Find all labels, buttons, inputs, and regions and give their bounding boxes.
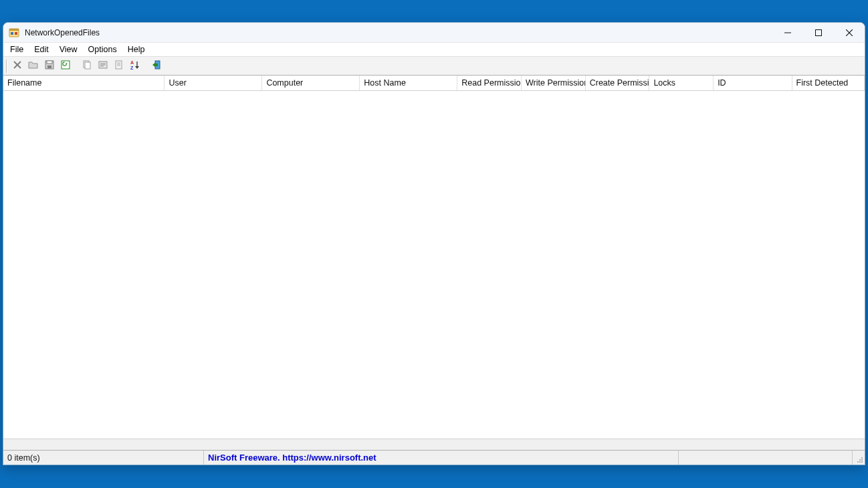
svg-rect-15 [85,62,90,69]
scroll-content [3,439,865,440]
status-spacer-panel [679,451,853,465]
maximize-button[interactable] [803,23,834,42]
desktop-background: NetworkOpenedFiles File Edi [0,0,868,488]
status-brand-panel: NirSoft Freeware. https://www.nirsoft.ne… [204,451,679,465]
sort-az-icon: A Z [130,59,140,72]
column-header-locks[interactable]: Locks [649,76,714,90]
svg-text:A: A [130,60,134,65]
status-bar: 0 item(s) NirSoft Freeware. https://www.… [3,450,865,465]
column-header-row: Filename User Computer Host Name Read Pe… [3,76,865,91]
status-item-count: 0 item(s) [7,453,40,463]
column-header-create-permission[interactable]: Create Permissi... [586,76,650,90]
toolbar-copy-button[interactable] [80,59,94,74]
toolbar-exit-button[interactable] [149,59,164,74]
title-bar-controls [772,23,865,42]
properties-icon [98,59,108,72]
menu-help[interactable]: Help [122,43,150,55]
app-icon [9,27,19,38]
svg-rect-3 [15,32,17,35]
window-title: NetworkOpenedFiles [25,28,100,37]
svg-rect-12 [47,66,51,68]
column-header-user[interactable]: User [165,76,262,90]
toolbar-find-button[interactable] [112,59,126,74]
toolbar-save-button[interactable] [42,59,57,74]
toolbar: A Z [3,57,865,76]
menu-view[interactable]: View [54,43,83,55]
menu-file[interactable]: File [5,43,29,55]
column-header-filename[interactable]: Filename [3,76,165,90]
page-icon [114,59,124,72]
status-brand-text[interactable]: NirSoft Freeware. https://www.nirsoft.ne… [208,453,376,463]
column-header-write-permission[interactable]: Write Permission [522,76,586,90]
svg-rect-1 [9,29,19,31]
refresh-icon [60,59,71,72]
list-view[interactable]: Filename User Computer Host Name Read Pe… [3,76,865,450]
copy-icon [82,59,92,72]
svg-rect-2 [11,32,13,35]
save-icon [44,59,55,72]
svg-point-33 [857,461,859,463]
column-header-computer[interactable]: Computer [262,76,360,90]
svg-point-31 [859,461,861,463]
menu-bar: File Edit View Options Help [3,43,865,57]
svg-marker-27 [135,66,139,69]
toolbar-properties-button[interactable] [96,59,110,74]
svg-point-35 [861,457,863,459]
minimize-button[interactable] [772,23,803,42]
svg-rect-5 [816,29,822,35]
title-bar-left: NetworkOpenedFiles [3,27,772,38]
resize-grip[interactable] [853,451,865,465]
folder-icon [28,59,39,72]
exit-icon [151,59,162,72]
horizontal-scrollbar[interactable] [3,439,865,450]
toolbar-refresh-button[interactable] [58,59,73,74]
menu-edit[interactable]: Edit [29,43,54,55]
status-item-count-panel: 0 item(s) [3,451,204,465]
column-header-id[interactable]: ID [714,76,792,90]
svg-point-34 [859,459,861,461]
app-window: NetworkOpenedFiles File Edi [3,22,865,465]
svg-rect-20 [116,61,122,69]
close-button[interactable] [834,23,865,42]
title-bar: NetworkOpenedFiles [3,23,865,43]
column-header-read-permission[interactable]: Read Permission [457,76,522,90]
menu-options[interactable]: Options [83,43,122,55]
column-header-first-detected[interactable]: First Detected [792,76,865,90]
resize-grip-icon [855,455,863,463]
toolbar-separator [6,59,7,73]
svg-rect-11 [47,61,52,64]
svg-point-32 [861,459,863,461]
toolbar-open-folder-button[interactable] [26,59,41,74]
column-header-hostname[interactable]: Host Name [360,76,457,90]
toolbar-sort-button[interactable]: A Z [128,59,142,74]
svg-point-30 [861,461,863,463]
toolbar-close-file-button[interactable] [10,59,25,74]
svg-text:Z: Z [130,66,134,70]
close-x-icon [12,59,23,72]
